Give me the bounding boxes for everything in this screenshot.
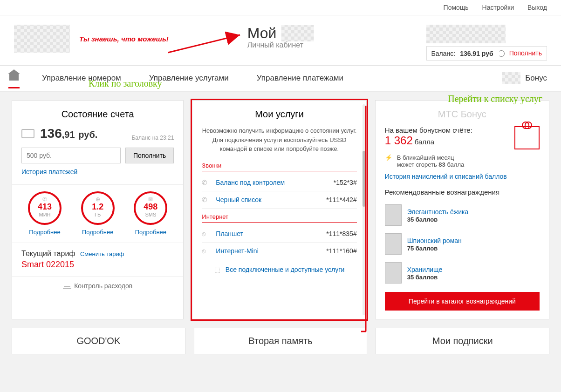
home-icon xyxy=(9,74,19,81)
ussd-code: *111*442# xyxy=(326,196,356,203)
bonus-panel: МТС Бонус На вашем бонусном счёте: 1 362… xyxy=(375,100,549,319)
reward-name[interactable]: Элегантность ёжика xyxy=(407,208,469,216)
service-row: ⎋ Интернет-Mini *111*160# xyxy=(202,243,356,259)
bonus-points: 1 362балла xyxy=(385,134,509,147)
topup-link[interactable]: Пополнить xyxy=(509,49,542,57)
annotation-click-title: Клик по заголовку xyxy=(89,78,162,89)
reward-thumbnail xyxy=(385,262,402,284)
reward-name[interactable]: Шпионский роман xyxy=(407,237,462,244)
phone-icon: ✆ xyxy=(202,196,210,203)
title-logo xyxy=(281,25,314,41)
phone-icon: ✆ xyxy=(202,179,210,186)
globe-icon: ⊕ xyxy=(96,196,100,203)
payments-history-link[interactable]: История платежей xyxy=(21,168,77,176)
main-nav: Управление номером Управление услугами У… xyxy=(0,66,561,92)
service-link[interactable]: Черный список xyxy=(216,196,261,203)
tariff-label: Текущий тариф xyxy=(21,250,75,257)
gauge-sms: ✉498SMS Подробнее xyxy=(127,191,174,236)
service-link[interactable]: Интернет-Mini xyxy=(216,247,258,255)
account-title: Состояние счета xyxy=(21,109,174,120)
reward-thumbnail xyxy=(385,233,402,255)
annotation-arrow-1 xyxy=(168,29,247,57)
topup-button[interactable]: Пополнить xyxy=(125,148,174,163)
expense-control-link[interactable]: Контроль расходов xyxy=(12,276,183,295)
exit-link[interactable]: Выход xyxy=(527,4,547,11)
reward-thumbnail xyxy=(385,204,402,226)
rewards-catalog-button[interactable]: Перейти в каталог вознаграждений xyxy=(385,292,540,311)
phone-number-masked xyxy=(426,25,506,43)
header-balance: Баланс: 136.91 руб Пополнить xyxy=(426,46,547,61)
bonus-title: МТС Бонус xyxy=(385,109,540,120)
gauge-minutes-details[interactable]: Подробнее xyxy=(29,229,60,236)
reward-cost: 35 баллов xyxy=(407,216,469,223)
panel-goodok[interactable]: GOOD'OK xyxy=(12,328,185,354)
service-row: ✆ Баланс под контролем *152*3# xyxy=(202,174,356,191)
bonus-account-label: На вашем бонусном счёте: xyxy=(385,126,509,134)
reward-item[interactable]: Шпионский роман75 баллов xyxy=(385,230,540,258)
operator-logo xyxy=(14,25,70,53)
rewards-heading: Рекомендованные вознаграждения xyxy=(385,188,540,196)
balance-value: 136.91 xyxy=(460,50,480,57)
account-balance: 136,91 руб. xyxy=(40,126,97,141)
ussd-code: *152*3# xyxy=(334,179,357,186)
ussd-code: *111*835# xyxy=(326,230,356,237)
help-link[interactable]: Помощь xyxy=(444,4,469,11)
slogan: Ты знаешь, что можешь! xyxy=(79,35,169,43)
wallet-icon xyxy=(21,129,34,138)
mail-icon: ✉ xyxy=(148,196,153,203)
service-link[interactable]: Планшет xyxy=(216,230,243,237)
top-utility-bar: Помощь Настройки Выход xyxy=(0,0,561,15)
panel-second-memory[interactable]: Вторая память xyxy=(194,328,368,354)
bonus-history-link[interactable]: История начислений и списаний баллов xyxy=(385,173,507,180)
tariff-name: Smart 022015 xyxy=(21,260,174,270)
services-title: Мои услуги xyxy=(202,109,356,120)
reward-name[interactable]: Хранилище xyxy=(407,266,443,273)
gauge-data: ⊕1.2ГБ Подробнее xyxy=(75,191,121,236)
page-title-block: Мой Личный кабинет xyxy=(247,25,314,49)
phone-icon: ✆ xyxy=(42,196,47,203)
wifi-icon: ⎋ xyxy=(202,247,210,255)
nav-bonus[interactable]: Бонус xyxy=(488,66,561,91)
gauge-data-details[interactable]: Подробнее xyxy=(82,229,113,236)
service-row: ⎋ Планшет *111*835# xyxy=(202,225,356,243)
services-error-msg: Невозможно получить информацию о состоян… xyxy=(202,126,356,154)
gauge-minutes: ✆413МИН Подробнее xyxy=(21,191,68,236)
coins-icon xyxy=(63,284,71,289)
gauge-sms-details[interactable]: Подробнее xyxy=(135,229,166,236)
nav-payments[interactable]: Управление платежами xyxy=(243,67,357,89)
service-row: ✆ Черный список *111*442# xyxy=(202,191,356,209)
settings-link[interactable]: Настройки xyxy=(482,4,514,11)
bolt-icon: ⚡ xyxy=(385,154,392,161)
category-calls: Звонки xyxy=(202,162,356,171)
category-internet: Интернет xyxy=(202,213,356,223)
reward-cost: 75 баллов xyxy=(407,245,462,252)
balance-currency: руб xyxy=(482,50,493,57)
account-panel: Состояние счета 136,91 руб. Баланс на 23… xyxy=(12,100,184,319)
page-subtitle: Личный кабинет xyxy=(247,41,314,49)
nav-bonus-label: Бонус xyxy=(525,74,547,83)
service-link[interactable]: Баланс под контролем xyxy=(216,179,285,186)
change-tariff-link[interactable]: Сменить тариф xyxy=(80,250,124,257)
reward-item[interactable]: Хранилище35 баллов xyxy=(385,258,540,287)
balance-label: Баланс: xyxy=(431,50,456,57)
page-title: Мой xyxy=(247,25,277,42)
all-services-link[interactable]: ⬚ Все подключенные и доступные услуги xyxy=(202,259,356,276)
tariff-block: Текущий тариф Сменить тариф Smart 022015 xyxy=(12,243,183,276)
balance-asof: Баланс на 23:21 xyxy=(131,135,174,141)
bonus-logo-icon xyxy=(502,72,520,84)
ussd-code: *111*160# xyxy=(326,247,356,255)
wifi-icon: ⎋ xyxy=(202,230,210,237)
header: Ты знаешь, что можешь! Мой Личный кабине… xyxy=(0,15,561,66)
gift-icon xyxy=(514,126,540,149)
nav-home[interactable] xyxy=(0,69,28,88)
reward-item[interactable]: Элегантность ёжика35 баллов xyxy=(385,201,540,230)
usage-gauges: ✆413МИН Подробнее ⊕1.2ГБ Подробнее ✉498S… xyxy=(12,184,183,243)
refresh-icon[interactable] xyxy=(498,50,505,57)
reward-cost: 35 баллов xyxy=(407,274,443,281)
topup-amount-input[interactable] xyxy=(21,148,121,163)
annotation-go-services: Перейти к списку услуг xyxy=(448,94,542,104)
services-icon: ⬚ xyxy=(214,266,222,273)
bonus-burn-notice: ⚡ В ближайший месяцможет сгореть 83 балл… xyxy=(385,154,540,168)
panel-subscriptions[interactable]: Мои подписки xyxy=(376,328,549,354)
svg-line-0 xyxy=(168,35,240,53)
